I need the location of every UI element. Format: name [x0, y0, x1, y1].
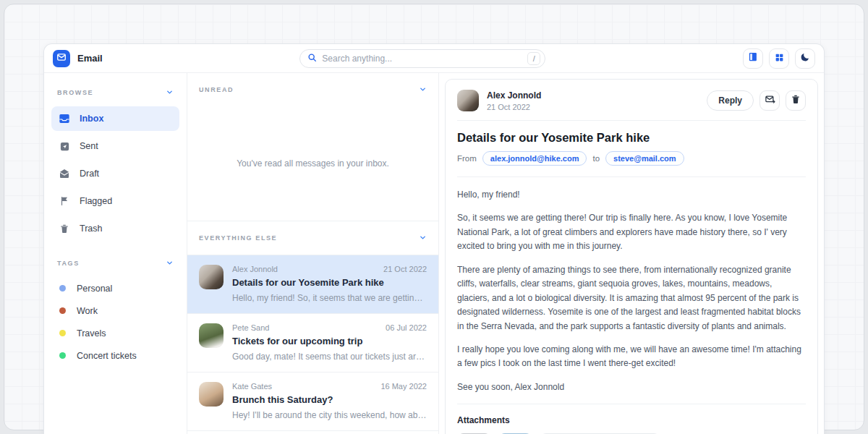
- mail-date: 16 May 2022: [380, 382, 427, 391]
- search-input[interactable]: [322, 54, 527, 64]
- unread-label: UNREAD: [199, 86, 234, 93]
- tag-label: Travels: [77, 328, 106, 339]
- trash-icon: [791, 94, 801, 107]
- unread-section-header[interactable]: UNREAD: [187, 73, 438, 106]
- mail-date: 06 Jul 2022: [386, 323, 427, 332]
- apps-grid-icon: [775, 52, 784, 65]
- mail-subject: Details for our Yosemite Park hike: [232, 277, 427, 288]
- sent-icon: [59, 140, 70, 152]
- sidebar-item-label: Sent: [80, 141, 98, 151]
- envelope-forward-icon: [765, 94, 775, 108]
- sidebar-item-label: Trash: [80, 224, 103, 234]
- browse-label: BROWSE: [57, 89, 93, 96]
- tag-color-dot: [59, 352, 66, 359]
- mail-subject: Tickets for our upcoming trip: [232, 336, 427, 346]
- tag-color-dot: [59, 307, 66, 314]
- reply-button[interactable]: Reply: [707, 90, 754, 111]
- apps-grid-button[interactable]: [769, 48, 789, 69]
- sidebar-item-label: Inbox: [80, 114, 103, 124]
- to-email-chip[interactable]: steve@mail.com: [605, 151, 684, 166]
- email-logo: [53, 50, 70, 67]
- mail-sender: Pete Sand: [232, 323, 269, 332]
- tag-item-personal[interactable]: Personal: [51, 277, 179, 299]
- mail-paragraph: See you soon, Alex Jonnold: [457, 380, 806, 394]
- everything-else-section-header[interactable]: EVERYTHING ELSE: [187, 221, 438, 255]
- mail-paragraph: I really hope you love coming along with…: [457, 343, 806, 371]
- avatar: [199, 323, 224, 348]
- chevron-down-icon: [166, 86, 174, 99]
- tag-color-dot: [59, 330, 66, 336]
- sender-info: Alex Jonnold 21 Oct 2022: [487, 90, 541, 111]
- sidebar-item-label: Draft: [80, 169, 99, 179]
- sidebar: BROWSE Inbox: [44, 73, 187, 434]
- attachments-label: Attachments: [457, 415, 806, 425]
- sidebar-item-label: Flagged: [80, 196, 112, 206]
- envelope-icon: [56, 52, 67, 65]
- avatar: [199, 265, 224, 289]
- chevron-down-icon: [419, 83, 427, 96]
- sidebar-item-flagged[interactable]: Flagged: [51, 189, 179, 213]
- sidebar-item-sent[interactable]: Sent: [51, 134, 179, 158]
- divider: [457, 120, 806, 121]
- chevron-down-icon: [419, 231, 427, 244]
- mail-paragraph: Hello, my friend!: [457, 188, 806, 202]
- mail-list-item-alex[interactable]: Alex Jonnold 21 Oct 2022 Details for our…: [187, 255, 438, 313]
- search-shortcut-badge: /: [527, 52, 540, 65]
- search-bar[interactable]: /: [299, 49, 545, 68]
- mail-item-content: Pete Sand 06 Jul 2022 Tickets for our up…: [232, 323, 427, 362]
- mail-date: 21 Oct 2022: [383, 265, 427, 273]
- inbox-icon: [59, 113, 70, 124]
- tags-section-header[interactable]: TAGS: [51, 251, 179, 277]
- flag-icon: [59, 195, 70, 207]
- mail-detail-header: Alex Jonnold 21 Oct 2022 Reply: [457, 90, 806, 111]
- mail-body: Hello, my friend! So, it seems we are ge…: [457, 188, 806, 394]
- app-body: BROWSE Inbox: [44, 73, 824, 434]
- divider: [457, 404, 806, 404]
- tag-label: Concert tickets: [77, 351, 137, 361]
- dark-mode-button[interactable]: [795, 48, 815, 69]
- tag-label: Personal: [77, 284, 112, 294]
- delete-mail-button[interactable]: [786, 90, 806, 111]
- mail-list-item-pete[interactable]: Pete Sand 06 Jul 2022 Tickets for our up…: [187, 313, 438, 372]
- mail-paragraph: So, it seems we are getting there! Our t…: [457, 211, 806, 253]
- from-label: From: [457, 154, 477, 163]
- tag-item-work[interactable]: Work: [51, 299, 179, 322]
- mail-detail-column: Alex Jonnold 21 Oct 2022 Reply: [439, 73, 824, 434]
- draft-icon: [59, 168, 70, 179]
- tag-label: Work: [77, 306, 98, 316]
- sidebar-item-trash[interactable]: Trash: [51, 216, 179, 241]
- to-label: to: [592, 154, 600, 163]
- browse-section-header[interactable]: BROWSE: [51, 80, 179, 106]
- mail-sender: Alex Jonnold: [232, 265, 278, 273]
- mail-item-content: Alex Jonnold 21 Oct 2022 Details for our…: [232, 265, 427, 303]
- sidebar-item-inbox[interactable]: Inbox: [51, 106, 179, 131]
- unread-empty-message: You've read all messages in your inbox.: [237, 158, 389, 169]
- search-icon: [307, 52, 317, 65]
- email-app-window: Email /: [43, 43, 825, 434]
- mail-subject: Brunch this Saturday?: [232, 394, 427, 405]
- tag-item-concert-tickets[interactable]: Concert tickets: [51, 344, 179, 367]
- sender-name: Alex Jonnold: [487, 90, 541, 101]
- tags-label: TAGS: [57, 260, 80, 267]
- unread-empty-state: You've read all messages in your inbox.: [187, 106, 438, 221]
- header-actions: [743, 48, 815, 69]
- from-email-chip[interactable]: alex.jonnold@hike.com: [482, 151, 587, 166]
- tags-section: TAGS Personal Work Travels: [51, 251, 179, 367]
- book-icon: [748, 51, 759, 65]
- mail-list-item-kate[interactable]: Kate Gates 16 May 2022 Brunch this Satur…: [187, 372, 438, 431]
- mail-item-content: Kate Gates 16 May 2022 Brunch this Satur…: [232, 382, 427, 420]
- mail-actions: Reply: [707, 90, 806, 111]
- mail-preview: Hello, my friend! So, it seems that we a…: [232, 293, 427, 303]
- everything-else-label: EVERYTHING ELSE: [199, 234, 277, 242]
- sidebar-item-draft[interactable]: Draft: [51, 161, 179, 186]
- tag-item-travels[interactable]: Travels: [51, 322, 179, 344]
- mail-date: 21 Oct 2022: [487, 103, 541, 111]
- trash-icon: [59, 223, 70, 234]
- address-book-button[interactable]: [743, 48, 763, 69]
- divider: [457, 176, 806, 177]
- mail-paragraph: There are plenty of amazing things to se…: [457, 263, 806, 333]
- moon-icon: [800, 52, 810, 65]
- mail-detail-card: Alex Jonnold 21 Oct 2022 Reply: [445, 79, 818, 434]
- forward-mail-button[interactable]: [760, 90, 780, 111]
- app-title: Email: [77, 53, 103, 64]
